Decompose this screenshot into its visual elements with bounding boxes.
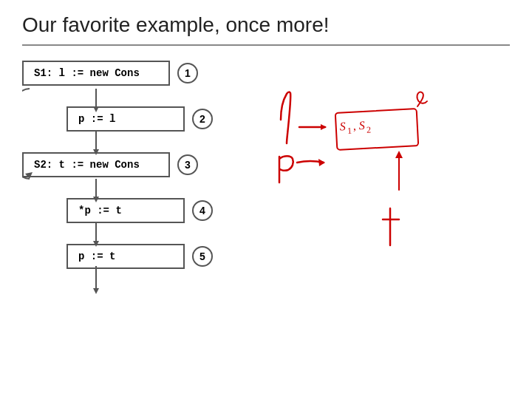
step-num-label-1: 1 (185, 67, 191, 79)
code-box-1: S1: l := new Cons (22, 61, 170, 86)
step-2: p := l 2 (44, 106, 244, 132)
handwritten-annotation: S 1 , S 2 (259, 61, 510, 341)
step-num-label-5: 5 (200, 250, 205, 262)
svg-text:S: S (358, 119, 365, 132)
annotation-panel: S 1 , S 2 (259, 61, 510, 344)
step-3: S2: t := new Cons 3 (22, 152, 244, 177)
step-num-5: 5 (192, 246, 213, 267)
code-box-3: S2: t := new Cons (22, 152, 170, 177)
code-text-3: S2: t := new Cons (34, 159, 140, 171)
code-box-2: p := l (66, 106, 185, 132)
flow-diagram: S1: l := new Cons 1 p := l 2 S2: t := ne… (22, 61, 244, 344)
step-num-label-3: 3 (185, 159, 191, 171)
step-num-1: 1 (177, 63, 198, 83)
svg-marker-19 (318, 159, 325, 166)
code-text-2: p := l (78, 113, 115, 125)
step-num-label-4: 4 (200, 205, 205, 216)
code-text-1: S1: l := new Cons (34, 67, 140, 79)
svg-marker-12 (321, 124, 327, 130)
step-4: *p := t 4 (44, 198, 244, 223)
code-box-4: *p := t (66, 198, 185, 223)
code-text-4: *p := t (78, 205, 122, 216)
svg-marker-21 (395, 151, 403, 158)
code-box-5: p := t (66, 244, 185, 269)
step-num-4: 4 (192, 200, 213, 221)
step-5: p := t 5 (44, 244, 244, 269)
step-num-2: 2 (192, 109, 213, 129)
svg-marker-9 (93, 288, 99, 294)
step-num-3: 3 (177, 154, 198, 175)
title-divider (22, 44, 510, 46)
svg-text:2: 2 (366, 124, 372, 134)
code-text-5: p := t (78, 250, 115, 262)
step-num-label-2: 2 (200, 113, 205, 125)
svg-text:,: , (352, 119, 356, 132)
svg-text:1: 1 (347, 126, 352, 136)
page-title: Our favorite example, once more! (0, 0, 532, 44)
svg-text:S: S (339, 120, 346, 132)
step-1: S1: l := new Cons 1 (22, 61, 244, 86)
